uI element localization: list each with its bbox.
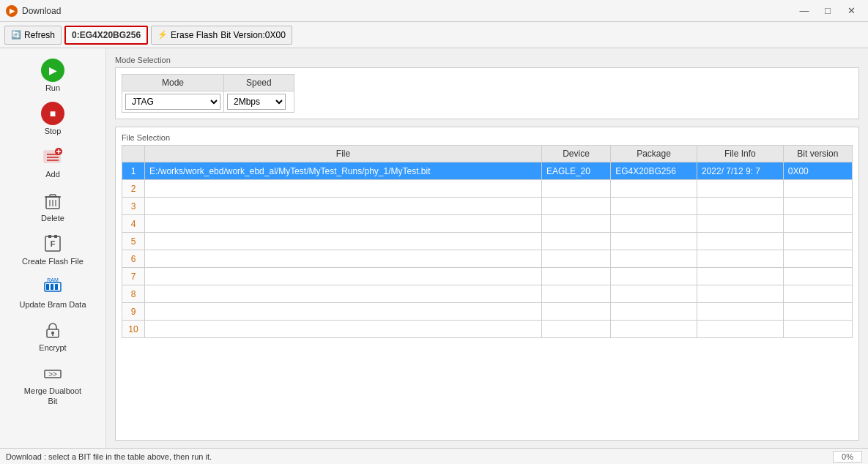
status-message: Download : select a BIT file in the tabl…	[6, 452, 212, 461]
row-num: 9	[122, 303, 145, 321]
device-col-header: Device	[541, 146, 610, 162]
delete-icon-wrap	[41, 189, 64, 212]
sidebar-item-merge-dualboot[interactable]: >> Merge Dualboot Bit	[12, 359, 93, 408]
row-file	[145, 303, 542, 321]
file-table: File Device Package File Info Bit versio…	[122, 145, 853, 338]
row-package	[611, 285, 697, 303]
table-row[interactable]: 5	[122, 233, 853, 250]
add-icon-wrap	[41, 145, 64, 168]
row-device	[541, 250, 610, 268]
app-title: Download	[22, 6, 61, 16]
merge-dualboot-label: Merge Dualboot Bit	[18, 386, 87, 405]
file-table-wrap: File Device Package File Info Bit versio…	[122, 145, 853, 434]
speed-select[interactable]: 2Mbps 4Mbps 8Mbps 16Mbps	[227, 94, 286, 110]
mode-section: Mode Selection Mode Speed JTAG	[115, 56, 859, 119]
refresh-icon: 🔄	[11, 30, 21, 40]
row-num: 5	[122, 233, 145, 250]
title-bar-controls: — □ ✕	[793, 4, 862, 18]
row-num: 7	[122, 268, 145, 285]
row-num: 8	[122, 285, 145, 303]
sidebar-item-create-flash[interactable]: F Create Flash File	[12, 229, 93, 269]
toolbar: 🔄 Refresh 0:EG4X20BG256 ⚡ Erase Flash Bi…	[0, 22, 868, 48]
device-label: 0:EG4X20BG256	[72, 30, 141, 40]
row-fileinfo	[697, 215, 783, 233]
row-package	[611, 180, 697, 198]
minimize-button[interactable]: —	[793, 4, 815, 18]
svg-point-23	[51, 332, 54, 334]
merge-icon-wrap: >>	[41, 362, 64, 385]
update-bram-label: Update Bram Data	[19, 300, 86, 310]
row-package	[611, 198, 697, 215]
fileinfo-col-header: File Info	[697, 146, 783, 162]
mode-table: Mode Speed JTAG SPI JTAG_SPI	[122, 74, 294, 113]
row-fileinfo	[697, 285, 783, 303]
table-row[interactable]: 4	[122, 215, 853, 233]
title-bar: ▶ Download — □ ✕	[0, 0, 868, 22]
svg-text:RAM: RAM	[47, 277, 59, 282]
create-flash-icon-wrap: F	[41, 232, 64, 255]
stop-icon: ■	[41, 102, 64, 125]
delete-icon	[42, 190, 63, 211]
row-device	[541, 233, 610, 250]
svg-rect-18	[46, 284, 49, 290]
row-fileinfo	[697, 180, 783, 198]
sidebar-item-stop[interactable]: ■ Stop	[12, 99, 93, 139]
row-device: EAGLE_20	[541, 162, 610, 180]
row-bitversion	[783, 250, 852, 268]
sidebar-item-add[interactable]: Add	[12, 142, 93, 182]
mode-section-box: Mode Speed JTAG SPI JTAG_SPI	[115, 67, 859, 119]
row-bitversion	[783, 233, 852, 250]
sidebar-item-delete[interactable]: Delete	[12, 186, 93, 226]
svg-rect-16	[54, 235, 57, 238]
device-button[interactable]: 0:EG4X20BG256	[64, 26, 148, 45]
erase-label: Erase Flash	[171, 30, 218, 40]
row-num: 2	[122, 180, 145, 198]
maximize-button[interactable]: □	[817, 4, 839, 18]
close-button[interactable]: ✕	[840, 4, 862, 18]
row-package	[611, 321, 697, 338]
erase-flash-button[interactable]: ⚡ Erase Flash Bit Version:0X00	[151, 26, 292, 45]
run-icon-wrap: ▶	[41, 59, 64, 82]
row-fileinfo	[697, 250, 783, 268]
table-row[interactable]: 2	[122, 180, 853, 198]
add-label: Add	[45, 170, 60, 179]
row-device	[541, 285, 610, 303]
refresh-label: Refresh	[24, 30, 55, 40]
row-device	[541, 215, 610, 233]
refresh-button[interactable]: 🔄 Refresh	[4, 26, 62, 45]
table-row[interactable]: 9	[122, 303, 853, 321]
row-package	[611, 303, 697, 321]
table-row[interactable]: 6	[122, 250, 853, 268]
run-icon: ▶	[41, 59, 64, 82]
row-file	[145, 180, 542, 198]
erase-icon: ⚡	[157, 30, 168, 40]
speed-select-cell: 2Mbps 4Mbps 8Mbps 16Mbps	[224, 91, 294, 113]
sidebar-item-run[interactable]: ▶ Run	[12, 56, 93, 96]
mode-select[interactable]: JTAG SPI JTAG_SPI	[125, 94, 220, 110]
row-num: 1	[122, 162, 145, 180]
file-col-header: File	[145, 146, 542, 162]
row-package	[611, 215, 697, 233]
table-row[interactable]: 10	[122, 321, 853, 338]
sidebar-item-update-bram[interactable]: RAM Update Bram Data	[12, 272, 93, 313]
package-col-header: Package	[611, 146, 697, 162]
table-row[interactable]: 8	[122, 285, 853, 303]
encrypt-label: Encrypt	[39, 343, 66, 353]
row-package	[611, 250, 697, 268]
row-file	[145, 268, 542, 285]
row-bitversion	[783, 268, 852, 285]
merge-icon: >>	[42, 363, 63, 383]
bitver-col-header: Bit version	[783, 146, 852, 162]
table-row[interactable]: 7	[122, 268, 853, 285]
status-bar: Download : select a BIT file in the tabl…	[0, 448, 868, 464]
table-row[interactable]: 3	[122, 198, 853, 215]
svg-rect-9	[50, 195, 56, 197]
svg-text:F: F	[51, 239, 56, 248]
row-package: EG4X20BG256	[611, 162, 697, 180]
row-device	[541, 180, 610, 198]
sidebar-item-encrypt[interactable]: Encrypt	[12, 315, 93, 356]
row-bitversion: 0X00	[783, 162, 852, 180]
table-row[interactable]: 1E:/works/work_ebd/work_ebd_al/MyTest/My…	[122, 162, 853, 180]
row-num: 10	[122, 321, 145, 338]
row-bitversion	[783, 180, 852, 198]
